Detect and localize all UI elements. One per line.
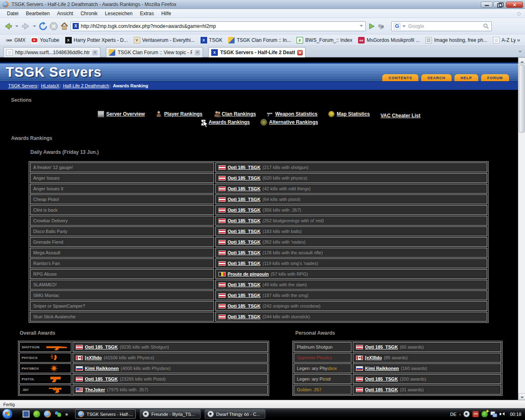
restore-button[interactable] (493, 2, 505, 8)
stop-button[interactable] (49, 21, 58, 32)
menu-item[interactable]: Lesezeichen (101, 9, 136, 18)
show-desktop-icon[interactable] (23, 411, 30, 418)
breadcrumb-item[interactable]: Half-Life 2 Deathmatch (63, 83, 113, 88)
breadcrumb-item[interactable]: Awards Ranking (113, 83, 148, 88)
ati-tray-icon[interactable] (472, 411, 479, 417)
browser-tab[interactable]: http://www.surft...1048636dd9c.html ✕ (3, 47, 100, 57)
menu-item[interactable]: Chronik (77, 9, 101, 18)
player-link[interactable]: Opti 185_TSGK (228, 165, 260, 170)
section-link[interactable]: Clan Rankings (213, 111, 256, 117)
player-link[interactable]: Opti 185_TSGK (228, 229, 260, 234)
reload-button[interactable] (39, 21, 48, 32)
taskbar-task-button[interactable]: TSGK Servers - Half-... (75, 409, 136, 419)
bookmark-item[interactable]: GMX (3, 36, 28, 45)
start-button[interactable] (2, 409, 13, 419)
tab-close-icon[interactable]: ✕ (297, 50, 303, 55)
tab-close-icon[interactable]: ✕ (92, 50, 98, 55)
player-link[interactable]: Opti 185_TSGK (365, 345, 398, 349)
home-button[interactable] (60, 21, 69, 32)
language-indicator[interactable]: DE (450, 412, 457, 417)
player-link[interactable]: Opti 185_TSGK (228, 197, 260, 202)
header-nav-button[interactable]: SEARCH (421, 74, 452, 81)
header-nav-button[interactable]: HELP (454, 74, 478, 81)
menu-item[interactable]: Hilfe (158, 9, 175, 18)
player-link[interactable]: Opti 185_TSGK (228, 240, 260, 244)
section-link[interactable]: Server Overview (98, 111, 145, 117)
messenger-tray-icon[interactable] (482, 411, 488, 417)
bookmarks-overflow-chevron-icon[interactable]: » (516, 37, 522, 43)
taskbar-task-button[interactable]: Dwarf Thingy òó - C... (205, 409, 265, 419)
bookmark-item[interactable]: MsGordos Musikprofil ... (356, 36, 422, 45)
tab-list-dropdown-icon[interactable] (518, 51, 522, 54)
search-box[interactable]: G (391, 21, 492, 31)
bookmark-item[interactable]: Image hosting, free ph... (423, 36, 489, 45)
bookmark-item[interactable]: Veritaserum - Everythi... (131, 36, 197, 45)
player-link[interactable]: Opti 185_TSGK (228, 293, 260, 298)
player-link[interactable]: Opti 185_TSGK (85, 377, 118, 381)
browser-tab[interactable]: TSGK Servers - Half-Life 2 Death... ✕ (208, 47, 306, 57)
bookmark-item[interactable]: TSGK Clan Forum :: In... (226, 36, 293, 45)
volume-tray-icon[interactable] (500, 411, 506, 417)
player-link[interactable]: [eX]fido (365, 355, 382, 360)
url-bar[interactable]: X (71, 21, 366, 31)
player-link[interactable]: Proute de pingouin (228, 272, 269, 276)
miranda-icon[interactable] (33, 411, 40, 418)
scrollbar-thumb[interactable] (519, 65, 525, 132)
messenger-icon[interactable] (55, 411, 62, 418)
back-history-dropdown-icon[interactable] (15, 25, 18, 29)
close-button[interactable] (506, 2, 523, 8)
breadcrumb-item[interactable]: TSGK Servers (8, 83, 41, 88)
bookmark-item[interactable]: A-Z Lyrics Universe (491, 36, 516, 45)
player-link[interactable]: TheJoker (85, 387, 105, 392)
minimize-button[interactable] (481, 2, 493, 8)
menu-item[interactable]: Datei (3, 9, 22, 18)
quick-launch-overflow-chevron-icon[interactable]: » (65, 411, 68, 417)
back-button[interactable] (3, 21, 13, 32)
menu-item[interactable]: Ansicht (53, 9, 77, 18)
section-link[interactable]: VAC Cheater List (381, 113, 420, 119)
clock[interactable]: 00:18 (510, 412, 521, 417)
player-link[interactable]: Opti 185_TSGK (228, 176, 260, 180)
breadcrumb-item[interactable]: HLstatsX (41, 83, 63, 88)
vertical-scrollbar[interactable] (518, 57, 525, 400)
addon-icon[interactable] (377, 23, 385, 29)
taskbar-task-button[interactable]: Freunde - Illyria_TS... (140, 409, 201, 419)
url-dropdown-icon[interactable] (360, 25, 363, 28)
menu-item[interactable]: Bearbeiten (22, 9, 53, 18)
player-link[interactable]: Kimi Raikkonen (365, 366, 399, 371)
player-link[interactable]: Kimi Raikkonen (85, 366, 119, 371)
player-link[interactable]: Opti 185_TSGK (228, 261, 260, 266)
player-link[interactable]: Opti 185_TSGK (85, 345, 118, 349)
section-link[interactable]: Alternative Rankings (260, 119, 318, 126)
forward-history-dropdown-icon[interactable] (33, 25, 36, 29)
section-link[interactable]: Map Statistics (328, 111, 370, 117)
player-link[interactable]: Opti 185_TSGK (365, 387, 398, 392)
section-link[interactable]: Player Rankings (155, 111, 202, 117)
player-link[interactable]: [eX]fido (85, 355, 102, 360)
search-input[interactable] (408, 23, 481, 29)
scroll-down-icon[interactable] (518, 393, 525, 400)
player-link[interactable]: Opti 185_TSGK (228, 218, 260, 223)
menu-item[interactable]: Extras (136, 9, 158, 18)
player-link[interactable]: Opti 185_TSGK (228, 208, 260, 212)
player-link[interactable]: Opti 185_TSGK (365, 377, 398, 381)
bookmark-item[interactable]: TSGK (198, 36, 225, 45)
search-engine-dropdown-icon[interactable] (402, 25, 406, 29)
header-nav-button[interactable]: CONTENTS (382, 74, 418, 81)
bookmark-item[interactable]: YouTube (29, 36, 62, 45)
bookmark-item[interactable]: BWS_Forum_:: Index (294, 36, 355, 45)
url-input[interactable] (81, 23, 357, 29)
tab-close-icon[interactable]: ✕ (195, 50, 200, 55)
bookmark-item[interactable]: Harry Potter Xperts - D... (63, 36, 130, 45)
player-link[interactable]: Opti 185_TSGK (228, 250, 260, 255)
steam-tray-icon[interactable] (463, 411, 470, 417)
scroll-up-icon[interactable] (518, 57, 525, 64)
browser-tab[interactable]: TSGK Clan Forum :: View topic - Pe... ✕ (106, 47, 203, 57)
player-link[interactable]: Opti 185_TSGK (228, 304, 260, 308)
go-button[interactable] (368, 21, 376, 32)
forward-button[interactable] (21, 21, 31, 32)
player-link[interactable]: Opti 185_TSGK (228, 186, 260, 191)
player-link[interactable]: Opti 185_TSGK (228, 282, 260, 287)
player-link[interactable]: Opti 185_TSGK (228, 314, 260, 319)
section-link[interactable]: Weapon Statistics (267, 111, 317, 117)
